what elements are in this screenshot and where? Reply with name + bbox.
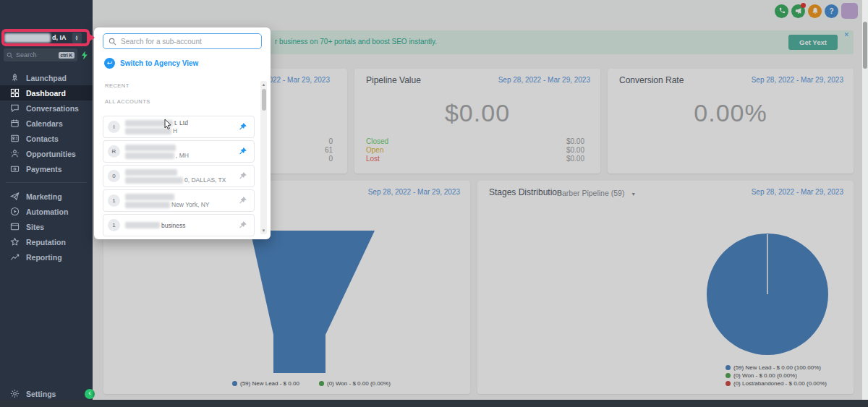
browser-icon [10, 222, 20, 231]
sidebar-item-marketing[interactable]: Marketing [0, 189, 93, 204]
chat-icon [10, 103, 20, 113]
sidebar-item-conversations[interactable]: Conversations [0, 100, 93, 116]
pin-icon[interactable] [238, 196, 247, 205]
redacted-text [125, 145, 176, 151]
back-arrow-icon: ↩ [104, 58, 115, 69]
search-icon [109, 38, 116, 46]
search-placeholder: Search [16, 51, 59, 59]
chevron-updown-icon[interactable]: ▲▼ [72, 33, 82, 43]
paper-plane-icon [10, 192, 20, 201]
switch-to-agency-view[interactable]: ↩ Switch to Agency View [104, 58, 198, 69]
shortcut-badge: ctrl K [59, 52, 75, 59]
sidebar-item-sites[interactable]: Sites [0, 219, 93, 234]
annotation-pointer [90, 34, 95, 41]
redacted-text [125, 202, 170, 208]
calendar-icon [10, 119, 20, 128]
scroll-up-icon[interactable]: ▲ [260, 81, 267, 88]
trend-icon [10, 252, 20, 262]
bottom-edge [0, 400, 868, 407]
scrollbar-thumb[interactable] [863, 22, 867, 69]
page-scrollbar[interactable] [862, 0, 868, 400]
sub-account-row[interactable]: R , MH [103, 140, 255, 163]
account-avatar: 0 [108, 170, 120, 182]
account-name-fragment: d, IA [52, 34, 67, 41]
app-window: ? r business on 70+ portals and boost SE… [0, 0, 868, 407]
sidebar-item-calendars[interactable]: Calendars [0, 116, 93, 131]
sidebar-nav: Launchpad Dashboard Conversations Calend… [0, 70, 93, 265]
sub-account-row[interactable]: 1 business [103, 214, 255, 236]
account-avatar: 1 [108, 219, 120, 231]
redacted-account-name [4, 33, 51, 43]
sidebar-item-contacts[interactable]: Contacts [0, 131, 93, 146]
sub-account-row[interactable]: I t. Ltd H [103, 116, 255, 138]
account-avatar: I [108, 121, 120, 133]
sub-account-row[interactable]: 0 0, DALLAS, TX [103, 165, 255, 187]
sidebar-search-input[interactable]: Search ctrl K [4, 48, 77, 61]
sidebar-item-payments[interactable]: Payments [0, 161, 93, 176]
redacted-text [125, 194, 174, 200]
person-icon [10, 149, 20, 158]
scroll-down-icon[interactable]: ▼ [260, 227, 267, 234]
grid-icon [10, 88, 20, 98]
redacted-text [125, 177, 183, 184]
lightning-icon[interactable] [80, 51, 89, 60]
pin-icon[interactable] [238, 122, 247, 132]
account-switcher[interactable]: d, IA ▲▼ [4, 32, 87, 43]
search-icon [7, 52, 13, 59]
redacted-text [125, 222, 160, 228]
section-recent: RECENT [105, 82, 129, 89]
rocket-icon [10, 73, 20, 82]
sidebar-item-settings[interactable]: Settings [0, 386, 93, 401]
pin-icon[interactable] [238, 147, 247, 156]
play-circle-icon [10, 207, 20, 216]
payment-icon [10, 164, 20, 173]
redacted-text [125, 169, 177, 176]
pin-icon[interactable] [238, 220, 247, 230]
sidebar-item-reputation[interactable]: Reputation [0, 234, 93, 249]
gear-icon [10, 389, 20, 398]
pin-icon[interactable] [238, 171, 247, 181]
sidebar: d, IA ▲▼ Search ctrl K Launchpad Dashboa… [0, 0, 93, 400]
account-avatar: 1 [108, 194, 120, 207]
list-scrollbar[interactable]: ▲ ▼ [260, 81, 267, 234]
nav-divider [6, 182, 87, 183]
scrollbar-thumb[interactable] [262, 89, 266, 111]
sub-account-dropdown: Search for a sub-account ↩ Switch to Age… [94, 27, 271, 239]
sidebar-item-reporting[interactable]: Reporting [0, 249, 93, 265]
star-icon [10, 237, 20, 247]
sub-account-search-input[interactable]: Search for a sub-account [103, 33, 262, 49]
sub-account-row[interactable]: 1 New York, NY [103, 189, 255, 212]
sidebar-item-opportunities[interactable]: Opportunities [0, 146, 93, 161]
section-all-accounts: ALL ACCOUNTS [105, 98, 150, 105]
contact-card-icon [10, 134, 20, 143]
sidebar-item-dashboard[interactable]: Dashboard [0, 85, 93, 100]
mouse-cursor [163, 119, 173, 130]
sidebar-item-automation[interactable]: Automation [0, 204, 93, 219]
redacted-text [125, 153, 174, 159]
search-placeholder: Search for a sub-account [121, 38, 202, 46]
account-avatar: R [108, 145, 120, 158]
sidebar-item-launchpad[interactable]: Launchpad [0, 70, 93, 85]
